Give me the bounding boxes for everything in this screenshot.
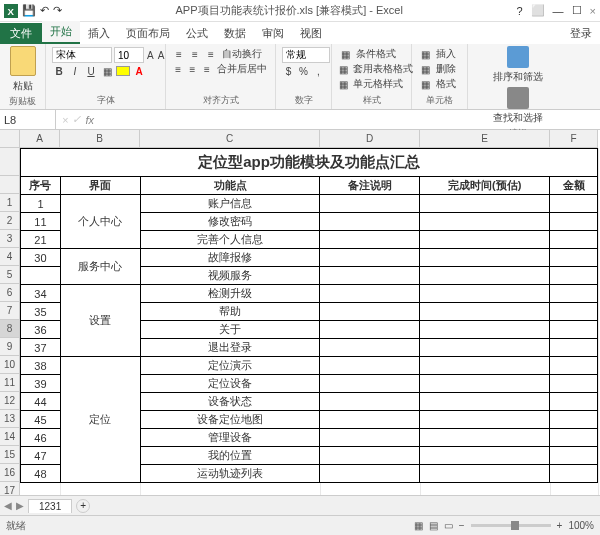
paste-icon[interactable] <box>10 46 36 76</box>
align-mid-icon[interactable]: ≡ <box>188 47 202 61</box>
sort-icon[interactable] <box>507 46 529 68</box>
tab-view[interactable]: 视图 <box>292 23 330 44</box>
grid[interactable]: ABCDEF 123456789101112131415161718 定位型ap… <box>0 130 600 495</box>
insert-icon[interactable]: ▦ <box>418 47 432 61</box>
row-header[interactable]: 7 <box>0 302 19 320</box>
minimize-icon[interactable]: — <box>553 5 564 17</box>
row-header[interactable]: 9 <box>0 338 19 356</box>
format-button[interactable]: 格式 <box>434 77 458 91</box>
align-right-icon[interactable]: ≡ <box>201 62 213 76</box>
row-header[interactable]: 16 <box>0 464 19 482</box>
find-icon[interactable] <box>507 87 529 109</box>
cond-format-button[interactable]: 条件格式 <box>354 47 398 61</box>
wrap-text-button[interactable]: 自动换行 <box>220 47 264 61</box>
cond-format-icon[interactable]: ▦ <box>338 47 352 61</box>
row-header[interactable]: 11 <box>0 374 19 392</box>
qat-redo-icon[interactable]: ↷ <box>53 4 62 17</box>
sheet-nav-next-icon[interactable]: ▶ <box>16 500 24 511</box>
number-format-select[interactable] <box>282 47 330 63</box>
row-header[interactable]: 1 <box>0 194 19 212</box>
row-header[interactable]: 6 <box>0 284 19 302</box>
delete-button[interactable]: 删除 <box>434 62 458 76</box>
font-name-select[interactable] <box>52 47 112 63</box>
row-header[interactable]: 14 <box>0 428 19 446</box>
file-tab[interactable]: 文件 <box>0 23 42 44</box>
delete-icon[interactable]: ▦ <box>418 62 432 76</box>
row-header[interactable]: 2 <box>0 212 19 230</box>
fx-icon[interactable]: fx <box>85 114 94 126</box>
currency-icon[interactable]: $ <box>282 64 295 78</box>
row-header[interactable]: 4 <box>0 248 19 266</box>
tab-data[interactable]: 数据 <box>216 23 254 44</box>
decrease-font-icon[interactable]: A <box>157 48 166 62</box>
row-header[interactable]: 15 <box>0 446 19 464</box>
align-top-icon[interactable]: ≡ <box>172 47 186 61</box>
row-header[interactable]: 12 <box>0 392 19 410</box>
row-header[interactable] <box>0 176 19 194</box>
enter-icon[interactable]: ✓ <box>72 113 81 126</box>
cell-style-icon[interactable]: ▦ <box>338 77 349 91</box>
tab-insert[interactable]: 插入 <box>80 23 118 44</box>
col-header[interactable]: C <box>140 130 320 147</box>
maximize-icon[interactable]: ☐ <box>572 4 582 17</box>
view-normal-icon[interactable]: ▦ <box>414 520 423 531</box>
border-icon[interactable]: ▦ <box>100 64 114 78</box>
sheet-nav-prev-icon[interactable]: ◀ <box>4 500 12 511</box>
row-header[interactable]: 10 <box>0 356 19 374</box>
view-layout-icon[interactable]: ▤ <box>429 520 438 531</box>
align-bot-icon[interactable]: ≡ <box>204 47 218 61</box>
col-header[interactable]: E <box>420 130 550 147</box>
table-format-icon[interactable]: ▦ <box>338 62 349 76</box>
col-header[interactable]: F <box>550 130 598 147</box>
merge-button[interactable]: 合并后居中 <box>215 62 269 76</box>
ribbon-options-icon[interactable]: ⬜ <box>531 4 545 17</box>
login-link[interactable]: 登录 <box>562 23 600 44</box>
underline-button[interactable]: U <box>84 64 98 78</box>
tab-home[interactable]: 开始 <box>42 21 80 44</box>
align-center-icon[interactable]: ≡ <box>186 62 198 76</box>
view-break-icon[interactable]: ▭ <box>444 520 453 531</box>
row-header[interactable] <box>0 148 19 176</box>
table-format-button[interactable]: 套用表格格式 <box>351 62 415 76</box>
percent-icon[interactable]: % <box>297 64 310 78</box>
paste-button[interactable]: 粘贴 <box>11 79 35 93</box>
format-icon[interactable]: ▦ <box>418 77 432 91</box>
row-header[interactable]: 5 <box>0 266 19 284</box>
cancel-icon[interactable]: × <box>62 114 68 126</box>
row-header[interactable]: 3 <box>0 230 19 248</box>
help-icon[interactable]: ? <box>516 5 522 17</box>
column-headers[interactable]: ABCDEF <box>20 130 598 148</box>
sheet-tab[interactable]: 1231 <box>28 499 72 513</box>
qat-save-icon[interactable]: 💾 <box>22 4 36 17</box>
tab-layout[interactable]: 页面布局 <box>118 23 178 44</box>
zoom-level[interactable]: 100% <box>568 520 594 531</box>
sort-button[interactable]: 排序和筛选 <box>491 70 545 84</box>
zoom-slider[interactable] <box>471 524 551 527</box>
row-header[interactable]: 13 <box>0 410 19 428</box>
col-header[interactable]: B <box>60 130 140 147</box>
font-size-select[interactable] <box>114 47 144 63</box>
insert-button[interactable]: 插入 <box>434 47 458 61</box>
cell-style-button[interactable]: 单元格样式 <box>351 77 405 91</box>
col-header[interactable]: A <box>20 130 60 147</box>
col-header[interactable]: D <box>320 130 420 147</box>
new-sheet-icon[interactable]: + <box>76 499 90 513</box>
qat-undo-icon[interactable]: ↶ <box>40 4 49 17</box>
find-button[interactable]: 查找和选择 <box>491 111 545 125</box>
zoom-in-icon[interactable]: + <box>557 520 563 531</box>
row-headers[interactable]: 123456789101112131415161718 <box>0 148 20 495</box>
increase-font-icon[interactable]: A <box>146 48 155 62</box>
fill-color-icon[interactable] <box>116 66 130 76</box>
row-header[interactable]: 8 <box>0 320 19 338</box>
close-icon[interactable]: × <box>590 5 596 17</box>
tab-review[interactable]: 审阅 <box>254 23 292 44</box>
bold-button[interactable]: B <box>52 64 66 78</box>
align-left-icon[interactable]: ≡ <box>172 62 184 76</box>
zoom-out-icon[interactable]: − <box>459 520 465 531</box>
row-header[interactable]: 17 <box>0 482 19 495</box>
select-all-corner[interactable] <box>0 130 20 148</box>
tab-formula[interactable]: 公式 <box>178 23 216 44</box>
name-box[interactable]: L8 <box>0 110 56 129</box>
italic-button[interactable]: I <box>68 64 82 78</box>
font-color-icon[interactable]: A <box>132 64 146 78</box>
